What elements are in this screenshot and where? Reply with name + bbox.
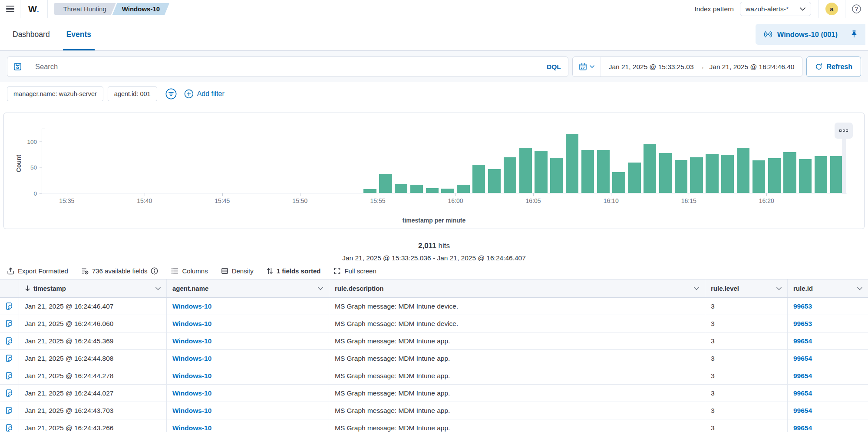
info-icon[interactable] <box>151 267 158 275</box>
x-axis-line <box>39 193 847 193</box>
histogram-bar[interactable] <box>504 157 516 193</box>
histogram-bar[interactable] <box>410 185 423 193</box>
inspect-document-button[interactable] <box>5 354 13 362</box>
timestamp-value: Jan 21, 2025 @ 16:24:46.407 <box>25 302 113 310</box>
tab-events[interactable]: Events <box>63 18 95 50</box>
histogram-bar[interactable] <box>379 174 392 193</box>
inspect-document-button[interactable] <box>5 389 13 397</box>
search-input[interactable] <box>28 63 540 71</box>
header-rule-id[interactable]: rule.id <box>788 279 868 297</box>
histogram-bar[interactable] <box>597 150 610 193</box>
avatar[interactable]: a <box>825 3 838 15</box>
breadcrumb-item[interactable]: Threat Hunting <box>54 3 116 15</box>
rule-id-link[interactable]: 99654 <box>793 355 812 362</box>
histogram-bar[interactable] <box>550 158 563 193</box>
available-fields-button[interactable]: 736 available fields <box>81 267 158 275</box>
rule-id-link[interactable]: 99653 <box>793 320 812 328</box>
agent-name-link[interactable]: Windows-10 <box>172 355 211 362</box>
histogram-bar[interactable] <box>815 156 827 193</box>
date-range[interactable]: Jan 21, 2025 @ 15:33:25.03 → Jan 21, 202… <box>601 63 802 71</box>
filter-pill[interactable]: agent.id: 001 <box>108 86 157 101</box>
wazuh-logo[interactable]: W. <box>20 0 48 18</box>
agent-name-link[interactable]: Windows-10 <box>172 424 211 432</box>
date-from[interactable]: Jan 21, 2025 @ 15:33:25.03 <box>609 63 694 71</box>
cell-agent-name: Windows-10 <box>167 350 329 367</box>
header-agent-name[interactable]: agent.name <box>167 279 329 297</box>
help-icon[interactable]: ? <box>851 4 861 14</box>
agent-pinned-button[interactable]: Windows-10 (001) <box>756 24 865 45</box>
menu-hamburger-icon[interactable] <box>0 0 20 18</box>
columns-button[interactable]: Columns <box>171 267 208 275</box>
histogram-bar[interactable] <box>612 172 625 193</box>
histogram-bar[interactable] <box>566 134 578 193</box>
tab-dashboard[interactable]: Dashboard <box>9 18 53 50</box>
histogram-bar[interactable] <box>644 144 656 193</box>
column-menu-chevron-icon[interactable] <box>318 287 323 290</box>
cell-timestamp: Jan 21, 2025 @ 16:24:44.808 <box>19 350 167 367</box>
histogram-bar[interactable] <box>737 148 749 193</box>
rule-level-value: 3 <box>711 302 715 310</box>
histogram-bar[interactable] <box>675 160 687 193</box>
refresh-button[interactable]: Refresh <box>806 56 861 77</box>
header-rule-description[interactable]: rule.description <box>329 279 705 297</box>
histogram-bar[interactable] <box>395 184 407 193</box>
histogram-bar[interactable] <box>783 152 796 193</box>
histogram-bar[interactable] <box>581 150 594 193</box>
agent-name-link[interactable]: Windows-10 <box>172 372 211 380</box>
query-language-button[interactable]: DQL <box>540 63 568 71</box>
column-menu-chevron-icon[interactable] <box>776 287 782 290</box>
histogram-bar[interactable] <box>519 148 532 193</box>
panel-options-button[interactable] <box>835 123 853 139</box>
agent-name-link[interactable]: Windows-10 <box>172 302 211 310</box>
column-menu-chevron-icon[interactable] <box>694 287 699 290</box>
histogram-bar[interactable] <box>706 154 718 193</box>
full-screen-button[interactable]: Full screen <box>333 267 376 275</box>
rule-id-link[interactable]: 99654 <box>793 337 812 345</box>
filter-pill[interactable]: manager.name: wazuh-server <box>7 86 103 101</box>
histogram-bar[interactable] <box>690 157 703 193</box>
inspect-document-button[interactable] <box>5 302 13 310</box>
histogram-bar[interactable] <box>472 165 485 193</box>
agent-name-link[interactable]: Windows-10 <box>172 320 211 328</box>
agent-name-link[interactable]: Windows-10 <box>172 407 211 415</box>
cell-rule-id: 99654 <box>788 367 868 384</box>
inspect-document-button[interactable] <box>5 319 13 328</box>
histogram-bar[interactable] <box>799 159 812 193</box>
index-pattern-select[interactable]: wazuh-alerts-* <box>740 2 811 16</box>
breadcrumb-item[interactable]: Windows-10 <box>112 3 169 15</box>
histogram-bar[interactable] <box>830 156 843 193</box>
saved-query-button[interactable] <box>7 57 28 76</box>
histogram-bar[interactable] <box>488 169 501 193</box>
rule-id-link[interactable]: 99654 <box>793 372 812 380</box>
filter-options-button[interactable] <box>164 87 178 101</box>
histogram-bar[interactable] <box>628 163 640 194</box>
histogram-bar[interactable] <box>721 155 734 193</box>
column-menu-chevron-icon[interactable] <box>857 287 862 290</box>
histogram-bar[interactable] <box>752 160 765 193</box>
add-filter-button[interactable]: Add filter <box>184 89 224 99</box>
inspect-document-button[interactable] <box>5 337 13 345</box>
fields-sorted-button[interactable]: 1 fields sorted <box>267 267 321 275</box>
agent-name-link[interactable]: Windows-10 <box>172 337 211 345</box>
header-timestamp[interactable]: timestamp <box>19 279 167 297</box>
agent-name-link[interactable]: Windows-10 <box>172 389 211 397</box>
histogram-bar[interactable] <box>535 151 547 193</box>
inspect-document-button[interactable] <box>5 406 13 415</box>
rule-id-link[interactable]: 99654 <box>793 389 812 397</box>
export-formatted-button[interactable]: Export Formatted <box>7 267 68 275</box>
calendar-dropdown-button[interactable] <box>573 57 601 76</box>
histogram-bar[interactable] <box>457 185 469 193</box>
inspect-document-button[interactable] <box>5 372 13 380</box>
column-menu-chevron-icon[interactable] <box>155 287 161 290</box>
rule-id-link[interactable]: 99654 <box>793 424 812 432</box>
date-to[interactable]: Jan 21, 2025 @ 16:24:46.40 <box>710 63 795 71</box>
header-rule-level[interactable]: rule.level <box>705 279 788 297</box>
density-button[interactable]: Density <box>221 267 254 275</box>
pin-icon[interactable] <box>850 30 858 39</box>
inspect-document-button[interactable] <box>5 424 13 432</box>
rule-id-link[interactable]: 99653 <box>793 302 812 310</box>
chart-scroll-strip[interactable] <box>842 137 846 194</box>
histogram-bar[interactable] <box>768 158 781 193</box>
rule-id-link[interactable]: 99654 <box>793 407 812 415</box>
histogram-bar[interactable] <box>659 153 672 193</box>
